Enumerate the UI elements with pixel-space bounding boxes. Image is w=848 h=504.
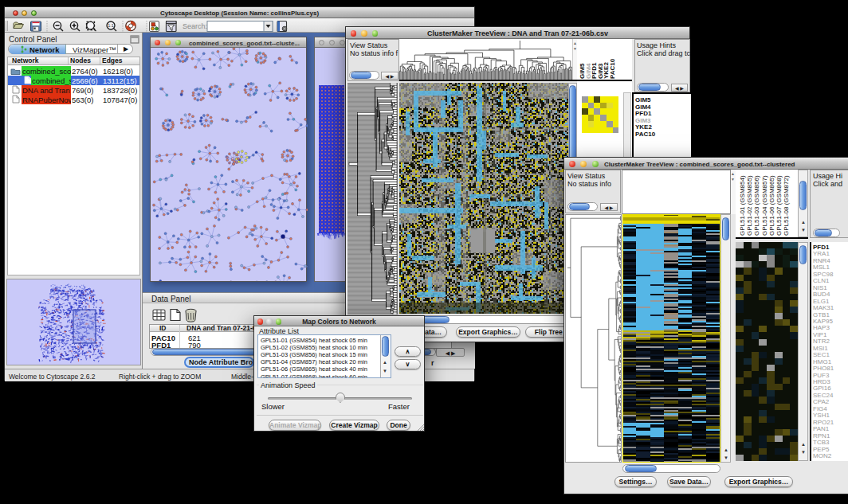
svg-text:Search:: Search: [183, 22, 207, 30]
svg-text:1:1: 1:1 [108, 23, 114, 28]
